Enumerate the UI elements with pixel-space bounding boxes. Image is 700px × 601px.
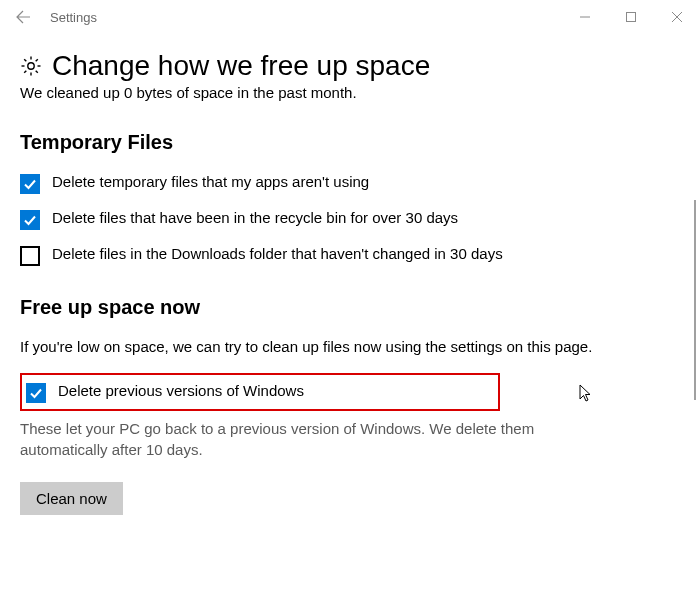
svg-rect-0	[627, 13, 636, 22]
checkbox-delete-downloads[interactable]	[20, 246, 40, 266]
checkmark-icon	[22, 176, 38, 192]
gear-icon	[20, 55, 42, 77]
maximize-button[interactable]	[608, 0, 654, 34]
highlighted-option: Delete previous versions of Windows	[20, 373, 500, 411]
svg-line-7	[36, 71, 38, 73]
content-area: Change how we free up space We cleaned u…	[20, 50, 674, 601]
page-title: Change how we free up space	[52, 50, 430, 82]
option-label: Delete files that have been in the recyc…	[52, 208, 458, 228]
free-up-now-intro: If you're low on space, we can try to cl…	[20, 337, 620, 357]
minimize-button[interactable]	[562, 0, 608, 34]
maximize-icon	[625, 11, 637, 23]
section-temporary-files-heading: Temporary Files	[20, 131, 674, 154]
option-label: Delete temporary files that my apps aren…	[52, 172, 369, 192]
option-delete-downloads[interactable]: Delete files in the Downloads folder tha…	[20, 244, 560, 266]
previous-versions-note: These let your PC go back to a previous …	[20, 419, 620, 460]
checkmark-icon	[22, 212, 38, 228]
option-delete-previous-windows[interactable]: Delete previous versions of Windows	[26, 381, 383, 403]
checkbox-delete-recycle-bin[interactable]	[20, 210, 40, 230]
checkbox-delete-temp-files[interactable]	[20, 174, 40, 194]
minimize-icon	[579, 11, 591, 23]
cleanup-status-text: We cleaned up 0 bytes of space in the pa…	[20, 84, 674, 101]
titlebar-left: Settings	[14, 8, 97, 26]
title-bar: Settings	[0, 0, 700, 34]
option-delete-temp-files[interactable]: Delete temporary files that my apps aren…	[20, 172, 560, 194]
svg-line-6	[24, 59, 26, 61]
checkbox-delete-previous-windows[interactable]	[26, 383, 46, 403]
option-label: Delete files in the Downloads folder tha…	[52, 244, 503, 264]
svg-point-1	[28, 63, 34, 69]
close-icon	[671, 11, 683, 23]
close-button[interactable]	[654, 0, 700, 34]
option-delete-recycle-bin[interactable]: Delete files that have been in the recyc…	[20, 208, 560, 230]
svg-line-9	[24, 71, 26, 73]
app-title: Settings	[50, 10, 97, 25]
clean-now-button[interactable]: Clean now	[20, 482, 123, 515]
back-arrow-icon	[15, 9, 31, 25]
window-controls	[562, 0, 700, 34]
back-button[interactable]	[14, 8, 32, 26]
svg-line-8	[36, 59, 38, 61]
section-free-up-now-heading: Free up space now	[20, 296, 674, 319]
option-label: Delete previous versions of Windows	[58, 381, 304, 401]
checkmark-icon	[28, 385, 44, 401]
scrollbar[interactable]	[694, 200, 696, 400]
page-header: Change how we free up space	[20, 50, 674, 82]
